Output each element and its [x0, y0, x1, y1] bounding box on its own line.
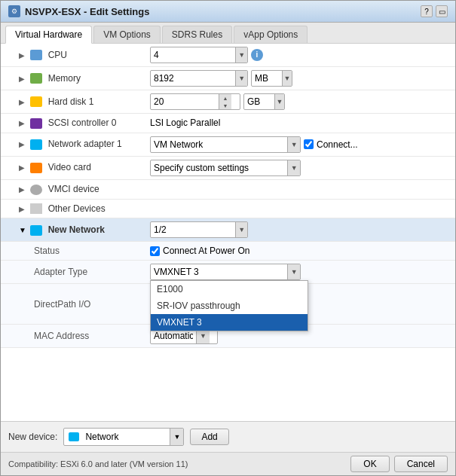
adapter-type-label: Adapter Type [1, 261, 144, 284]
cpu-dropdown-arrow[interactable]: ▼ [235, 47, 247, 63]
directpath-label: DirectPath I/O [1, 284, 144, 325]
ok-button[interactable]: OK [350, 456, 389, 472]
video-icon [30, 163, 42, 173]
new-network-port-select[interactable]: ▼ [150, 221, 248, 238]
title-bar-left: ⚙ NSVPX-ESX - Edit Settings [8, 5, 149, 17]
vmci-icon [30, 185, 42, 195]
new-network-port-input[interactable] [151, 224, 235, 235]
harddisk-label: ▶ Hard disk 1 [1, 90, 144, 114]
adapter-type-value-cell: ▼ E1000 SR-IOV passthrough VMXNET 3 [144, 261, 455, 284]
harddisk-row: ▶ Hard disk 1 ▲ ▼ [1, 90, 455, 114]
videocard-label: ▶ Video card [1, 156, 144, 179]
adapter-type-input[interactable] [151, 267, 287, 277]
tabs-bar: Virtual Hardware VM Options SDRS Rules v… [1, 23, 455, 44]
adapter-option-sriov[interactable]: SR-IOV passthrough [151, 298, 308, 314]
mac-label: MAC Address [1, 325, 144, 348]
window-icon: ⚙ [8, 5, 20, 17]
scsi-label: ▶ SCSI controller 0 [1, 114, 144, 133]
network1-checkbox[interactable] [304, 139, 314, 149]
cpu-expand[interactable]: ▶ [19, 51, 28, 60]
new-device-label: New device: [8, 432, 57, 442]
other-devices-row: ▶ Other Devices [1, 199, 455, 218]
memory-unit-arrow[interactable]: ▼ [282, 71, 292, 86]
adapter-type-dropdown-wrap: ▼ E1000 SR-IOV passthrough VMXNET 3 [150, 264, 301, 280]
status-row: Status Connect At Power On [1, 242, 455, 261]
edit-settings-window: ⚙ NSVPX-ESX - Edit Settings ? ▭ Virtual … [0, 0, 456, 476]
harddisk-unit-input[interactable] [244, 96, 274, 107]
adapter-type-select[interactable]: ▼ [150, 264, 301, 280]
adapter-option-e1000[interactable]: E1000 [151, 281, 308, 298]
new-device-content: Network [64, 432, 123, 442]
tab-virtual-hardware[interactable]: Virtual Hardware [5, 26, 92, 44]
dialog-actions: OK Cancel [350, 456, 448, 472]
vmci-expand[interactable]: ▶ [19, 185, 28, 194]
new-network-port-cell: ▼ [144, 218, 455, 242]
cpu-icon [30, 50, 42, 60]
videocard-dropdown-arrow[interactable]: ▼ [287, 160, 300, 175]
adapter-option-vmxnet3[interactable]: VMXNET 3 [151, 314, 308, 331]
network1-input[interactable] [151, 139, 287, 150]
tab-sdrs-rules[interactable]: SDRS Rules [162, 26, 232, 43]
memory-dropdown-arrow[interactable]: ▼ [235, 71, 247, 86]
footer: New device: Network ▼ Add [1, 421, 455, 452]
new-network-expand[interactable]: ▼ [19, 226, 28, 234]
new-network-row: ▼ New Network ▼ [1, 218, 455, 242]
cpu-input[interactable] [151, 50, 235, 60]
tab-vapp-options[interactable]: vApp Options [234, 26, 308, 43]
add-device-button[interactable]: Add [190, 429, 228, 445]
scsi-expand[interactable]: ▶ [19, 119, 28, 127]
new-network-label: ▼ New Network [1, 218, 144, 242]
memory-select[interactable]: ▼ [150, 70, 248, 87]
vmci-label: ▶ VMCI device [1, 179, 144, 199]
harddisk-value-group: ▲ ▼ ▼ [150, 93, 449, 110]
network1-row: ▶ Network adapter 1 ▼ Connect... [1, 133, 455, 156]
harddisk-spin-down[interactable]: ▼ [219, 102, 231, 109]
mac-input[interactable] [151, 331, 196, 341]
cancel-button[interactable]: Cancel [394, 456, 448, 472]
other-icon [30, 203, 42, 214]
status-checkbox[interactable] [150, 246, 160, 256]
harddisk-input[interactable] [151, 96, 219, 107]
harddisk-unit-select[interactable]: ▼ [243, 93, 285, 110]
title-actions: ? ▭ [421, 5, 448, 17]
network1-value-group: ▼ Connect... [150, 136, 449, 153]
memory-value-group: ▼ ▼ [150, 70, 449, 87]
tab-vm-options[interactable]: VM Options [93, 26, 161, 43]
cpu-info-icon[interactable]: i [251, 49, 263, 61]
network1-select[interactable]: ▼ [150, 136, 301, 153]
videocard-input[interactable] [151, 163, 287, 173]
new-network-port-arrow[interactable]: ▼ [235, 222, 247, 237]
status-bar: Compatibility: ESXi 6.0 and later (VM ve… [1, 452, 455, 475]
cpu-select[interactable]: ▼ [150, 47, 248, 63]
cpu-label: ▶ CPU [1, 44, 144, 67]
videocard-expand[interactable]: ▶ [19, 163, 28, 172]
network1-dropdown-arrow[interactable]: ▼ [287, 137, 300, 152]
status-value-cell: Connect At Power On [144, 242, 455, 261]
harddisk-unit-arrow[interactable]: ▼ [274, 94, 284, 109]
memory-unit-select[interactable]: ▼ [251, 70, 292, 87]
harddisk-spinners: ▲ ▼ [219, 94, 231, 109]
harddisk-spin[interactable]: ▲ ▼ [150, 93, 240, 110]
videocard-select[interactable]: ▼ [150, 160, 301, 176]
disk-icon [30, 96, 42, 107]
new-device-select[interactable]: Network ▼ [63, 428, 184, 446]
new-device-arrow[interactable]: ▼ [170, 429, 183, 445]
network1-label: ▶ Network adapter 1 [1, 133, 144, 156]
adapter-type-dropdown: E1000 SR-IOV passthrough VMXNET 3 [150, 280, 308, 331]
network1-check-wrap: Connect... [304, 139, 358, 150]
memory-expand[interactable]: ▶ [19, 75, 28, 83]
new-device-value: Network [85, 432, 118, 442]
scsi-value-cell: LSI Logic Parallel [144, 114, 455, 133]
harddisk-expand[interactable]: ▶ [19, 98, 28, 106]
help-button[interactable]: ? [421, 5, 433, 17]
adapter-type-arrow[interactable]: ▼ [287, 264, 300, 279]
status-label: Status [1, 242, 144, 261]
maximize-button[interactable]: ▭ [436, 5, 448, 17]
memory-input[interactable] [151, 73, 235, 84]
title-bar: ⚙ NSVPX-ESX - Edit Settings ? ▭ [1, 1, 455, 23]
memory-unit-input[interactable] [252, 73, 282, 84]
harddisk-spin-up[interactable]: ▲ [219, 94, 231, 102]
other-expand[interactable]: ▶ [19, 205, 28, 213]
status-check-label: Connect At Power On [163, 246, 249, 256]
network1-expand[interactable]: ▶ [19, 140, 28, 148]
